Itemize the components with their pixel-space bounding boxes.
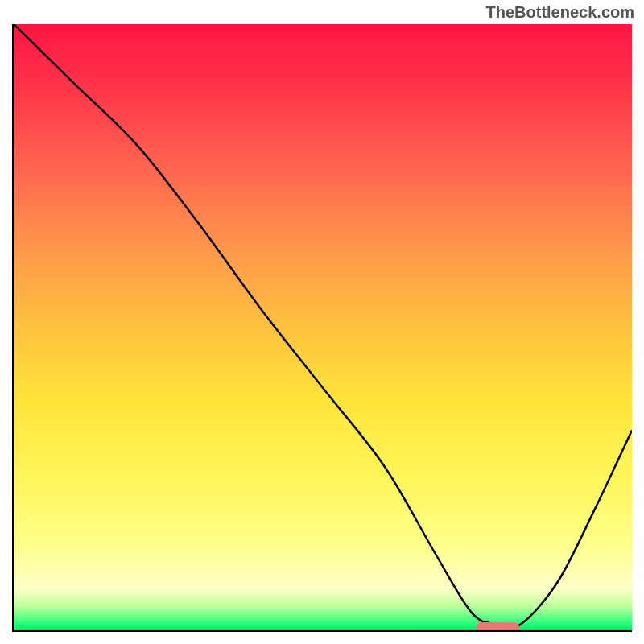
curve-svg: [14, 24, 632, 630]
bottleneck-curve: [14, 24, 632, 628]
optimal-marker: [476, 622, 519, 632]
watermark-text: TheBottleneck.com: [486, 3, 634, 22]
plot-area: [12, 24, 632, 632]
